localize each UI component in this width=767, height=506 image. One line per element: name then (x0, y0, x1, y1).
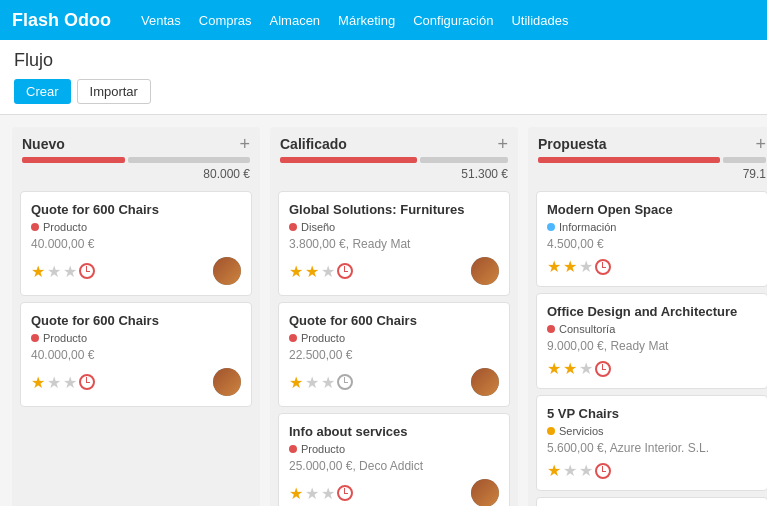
column-amount-calificado: 51.300 € (270, 167, 518, 185)
kanban-column-nuevo: Nuevo + 80.000 € Quote for 600 Chairs Pr… (12, 127, 260, 506)
star-0[interactable]: ★ (31, 373, 45, 392)
star-0[interactable]: ★ (547, 257, 561, 276)
stars-container: ★★★ (547, 257, 611, 276)
stars-container: ★★★ (31, 262, 95, 281)
card-title: Quote for 600 Chairs (31, 202, 241, 217)
card-propuesta-2[interactable]: 5 VP Chairs Servicios 5.600,00 €, Azure … (536, 395, 767, 491)
kanban-column-calificado: Calificado + 51.300 € Global Solutions: … (270, 127, 518, 506)
card-title: 5 VP Chairs (547, 406, 757, 421)
column-title-calificado: Calificado (280, 136, 347, 152)
star-2[interactable]: ★ (579, 257, 593, 276)
avatar (471, 257, 499, 285)
star-2[interactable]: ★ (63, 262, 77, 281)
clock-icon (79, 374, 95, 390)
card-propuesta-0[interactable]: Modern Open Space Información 4.500,00 €… (536, 191, 767, 287)
create-button[interactable]: Crear (14, 79, 71, 104)
clock-icon-gray (337, 374, 353, 390)
star-0[interactable]: ★ (289, 373, 303, 392)
tag-label: Producto (301, 443, 345, 455)
column-header-nuevo: Nuevo + (12, 127, 260, 157)
star-2[interactable]: ★ (579, 461, 593, 480)
card-tag: Producto (31, 221, 241, 233)
card-tag: Consultoría (547, 323, 757, 335)
card-tag: Diseño (289, 221, 499, 233)
star-2[interactable]: ★ (321, 262, 335, 281)
star-2[interactable]: ★ (579, 359, 593, 378)
card-calificado-0[interactable]: Global Solutions: Furnitures Diseño 3.80… (278, 191, 510, 296)
nav-almacen[interactable]: Almacen (270, 13, 321, 28)
card-propuesta-1[interactable]: Office Design and Architecture Consultor… (536, 293, 767, 389)
nav-ventas[interactable]: Ventas (141, 13, 181, 28)
nav-configuracion[interactable]: Configuración (413, 13, 493, 28)
clock-icon (337, 263, 353, 279)
tag-dot (547, 427, 555, 435)
nav-marketing[interactable]: Márketing (338, 13, 395, 28)
card-title: Office Design and Architecture (547, 304, 757, 319)
card-footer: ★★★ (547, 461, 757, 480)
star-0[interactable]: ★ (289, 484, 303, 503)
page-title: Flujo (14, 50, 753, 71)
page-header: Flujo Crear Importar (0, 40, 767, 115)
card-footer: ★★★ (547, 359, 757, 378)
clock-icon (79, 263, 95, 279)
clock-icon (595, 463, 611, 479)
tag-label: Información (559, 221, 616, 233)
kanban-column-propuesta: Propuesta + 79.1 Modern Open Space Infor… (528, 127, 767, 506)
nav-utilidades[interactable]: Utilidades (511, 13, 568, 28)
star-1[interactable]: ★ (563, 257, 577, 276)
card-footer: ★★★ (289, 257, 499, 285)
card-title: Modern Open Space (547, 202, 757, 217)
star-0[interactable]: ★ (289, 262, 303, 281)
card-tag: Información (547, 221, 757, 233)
progress-bar-nuevo (22, 157, 250, 163)
card-tag: Producto (289, 443, 499, 455)
stars-container: ★★★ (289, 262, 353, 281)
column-header-calificado: Calificado + (270, 127, 518, 157)
star-0[interactable]: ★ (547, 461, 561, 480)
card-title: Info about services (289, 424, 499, 439)
star-2[interactable]: ★ (321, 484, 335, 503)
stars-container: ★★★ (547, 359, 611, 378)
star-0[interactable]: ★ (31, 262, 45, 281)
avatar (471, 368, 499, 396)
kanban-board: Nuevo + 80.000 € Quote for 600 Chairs Pr… (0, 115, 767, 506)
card-amount: 4.500,00 € (547, 237, 757, 251)
card-tag: Producto (31, 332, 241, 344)
progress-bar-propuesta (538, 157, 766, 163)
navbar: Flash Odoo Ventas Compras Almacen Márket… (0, 0, 767, 40)
star-0[interactable]: ★ (547, 359, 561, 378)
star-1[interactable]: ★ (47, 373, 61, 392)
star-2[interactable]: ★ (63, 373, 77, 392)
card-propuesta-3[interactable]: Need 20 Desks ★★★ (536, 497, 767, 506)
star-1[interactable]: ★ (563, 461, 577, 480)
star-1[interactable]: ★ (305, 262, 319, 281)
star-1[interactable]: ★ (563, 359, 577, 378)
card-tag: Servicios (547, 425, 757, 437)
card-nuevo-0[interactable]: Quote for 600 Chairs Producto 40.000,00 … (20, 191, 252, 296)
column-amount-nuevo: 80.000 € (12, 167, 260, 185)
stars-container: ★★★ (547, 461, 611, 480)
app-brand: Flash Odoo (12, 10, 111, 31)
clock-icon (595, 361, 611, 377)
column-amount-propuesta: 79.1 (528, 167, 767, 185)
column-add-propuesta[interactable]: + (755, 135, 766, 153)
star-1[interactable]: ★ (305, 373, 319, 392)
card-amount: 40.000,00 € (31, 348, 241, 362)
column-add-nuevo[interactable]: + (239, 135, 250, 153)
import-button[interactable]: Importar (77, 79, 151, 104)
tag-label: Producto (43, 221, 87, 233)
card-tag: Producto (289, 332, 499, 344)
star-1[interactable]: ★ (305, 484, 319, 503)
tag-dot (289, 334, 297, 342)
star-1[interactable]: ★ (47, 262, 61, 281)
column-add-calificado[interactable]: + (497, 135, 508, 153)
star-2[interactable]: ★ (321, 373, 335, 392)
card-calificado-1[interactable]: Quote for 600 Chairs Producto 22.500,00 … (278, 302, 510, 407)
card-nuevo-1[interactable]: Quote for 600 Chairs Producto 40.000,00 … (20, 302, 252, 407)
card-amount: 22.500,00 € (289, 348, 499, 362)
nav-compras[interactable]: Compras (199, 13, 252, 28)
card-calificado-2[interactable]: Info about services Producto 25.000,00 €… (278, 413, 510, 506)
card-footer: ★★★ (547, 257, 757, 276)
tag-label: Diseño (301, 221, 335, 233)
avatar (471, 479, 499, 506)
